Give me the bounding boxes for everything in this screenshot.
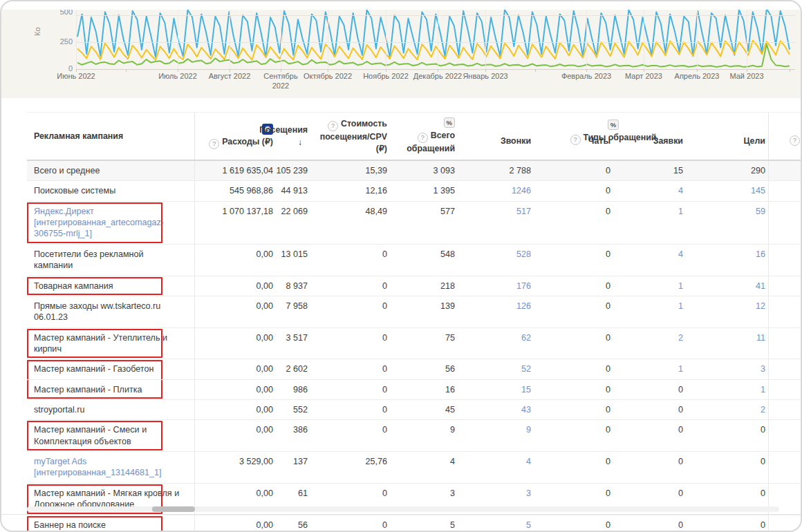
cell-goals[interactable]: 145	[686, 181, 769, 200]
cell-visits: 3 517	[276, 328, 310, 359]
cell-cpv: 48,49	[310, 202, 390, 244]
column-header-total[interactable]: % ?Всего обращений	[390, 113, 458, 160]
table-row: myTarget Ads [интегрированная_13144681_1…	[27, 452, 802, 484]
cell-calls[interactable]: 528	[458, 245, 534, 276]
cell-campaign: Поисковые системы	[27, 181, 195, 200]
cell-visits: 7 958	[276, 296, 310, 327]
cell-calls[interactable]: 15	[458, 380, 534, 399]
table-row: Поисковые системы545 968,8644 91312,161 …	[27, 181, 802, 201]
cell-forms[interactable]: 1	[613, 202, 686, 244]
cell-chats: 0	[534, 276, 613, 296]
cell-campaign: myTarget Ads [интегрированная_13144681_1…	[27, 452, 195, 483]
help-icon[interactable]: ?	[418, 133, 428, 143]
table-body: Всего и среднее1 619 635,04105 23915,393…	[27, 160, 802, 532]
campaign-name[interactable]: myTarget Ads [интегрированная_13144681_1…	[34, 456, 180, 479]
cell-forms[interactable]: 4	[613, 245, 686, 276]
cell-campaign: Мастер кампаний - Утеплитель и кирпич	[27, 328, 195, 359]
bottom-divider	[1, 514, 802, 515]
sort-desc-icon[interactable]: ↓	[298, 137, 302, 148]
table-header: Рекламная кампания ⚙ ?Расходы (₽) Посеще…	[27, 112, 802, 160]
cell-campaign: Посетители без рекламной кампании	[27, 245, 195, 276]
cell-calls[interactable]: 43	[458, 400, 534, 419]
table-row: Мастер кампаний - Утеплитель и кирпич0,0…	[27, 328, 802, 360]
help-icon[interactable]: ?	[790, 135, 800, 146]
cell-goals[interactable]: 12	[686, 296, 769, 327]
cell-cost: 0,00	[195, 328, 276, 359]
cell-extra	[769, 515, 802, 532]
cell-forms: 0	[613, 380, 686, 399]
percent-badge[interactable]: %	[444, 117, 455, 128]
cell-forms[interactable]: 1	[613, 276, 686, 296]
cell-calls[interactable]: 126	[458, 296, 534, 327]
x-axis-label: Декабрь 2022	[413, 72, 462, 82]
cell-cpv: 0	[310, 276, 390, 296]
cell-calls[interactable]: 4	[458, 452, 534, 483]
cell-chats: 0	[534, 296, 613, 327]
campaign-name[interactable]: Яндекс.Директ [интегрированная_artecomag…	[34, 206, 180, 240]
cell-calls[interactable]: 1246	[458, 181, 534, 200]
cell-visits: 986	[276, 380, 310, 399]
help-icon[interactable]: ?	[328, 121, 338, 131]
cell-cpv: 15,39	[310, 161, 390, 180]
cell-extra	[769, 245, 802, 276]
column-header-visits[interactable]: Посещения ↓	[276, 113, 310, 160]
campaign-name: Товарная кампания	[34, 281, 180, 292]
cell-chats: 0	[534, 380, 613, 399]
y-tick-label: 500	[48, 10, 73, 16]
y-tick-label: 250	[48, 37, 73, 46]
cell-calls[interactable]: 176	[458, 276, 534, 296]
cell-chats: 0	[534, 359, 613, 379]
table-row: Баннер на поиске0,0056055000	[27, 515, 802, 532]
cell-total: 75	[390, 328, 458, 359]
cell-goals[interactable]: 3	[686, 359, 769, 379]
gridline-x	[697, 10, 698, 69]
cell-chats: 0	[534, 400, 613, 419]
x-tick	[535, 69, 536, 72]
campaign-name: Мастер кампаний - Плитка	[34, 384, 180, 395]
cell-visits: 13 015	[276, 245, 310, 276]
cell-calls[interactable]: 9	[458, 420, 534, 451]
cell-calls[interactable]: 5	[458, 515, 534, 532]
table-row: Яндекс.Директ [интегрированная_artecomag…	[27, 202, 802, 245]
cell-total: 1 395	[390, 181, 458, 200]
cell-forms[interactable]: 1	[613, 296, 686, 327]
help-icon[interactable]: ?	[570, 135, 581, 145]
cell-extra	[769, 400, 802, 419]
gridline-x	[644, 10, 644, 69]
cell-calls[interactable]: 52	[458, 359, 534, 379]
cell-visits: 552	[276, 400, 310, 419]
cell-goals[interactable]: 1	[686, 380, 769, 399]
cell-goals[interactable]: 11	[686, 328, 769, 359]
cell-extra	[769, 328, 802, 359]
cell-goals[interactable]: 16	[686, 245, 769, 276]
cell-forms: 0	[613, 515, 686, 532]
gridline-x	[76, 10, 77, 69]
cell-forms[interactable]: 1	[613, 359, 686, 379]
cell-total: 9	[390, 420, 458, 451]
column-header-cost[interactable]: ⚙ ?Расходы (₽)	[195, 113, 276, 160]
x-axis-label: Июнь 2022	[57, 72, 95, 82]
cell-cpv: 0	[310, 328, 390, 359]
gridline-x	[747, 10, 747, 69]
cell-total: 4	[390, 452, 458, 483]
column-header-cpv[interactable]: ?Стоимость посещения/CPV (₽)	[310, 113, 390, 160]
percent-badge[interactable]: %	[608, 120, 619, 130]
cell-campaign: Мастер кампаний - Плитка	[27, 380, 195, 399]
cell-goals[interactable]: 41	[686, 276, 769, 296]
column-header-campaign[interactable]: Рекламная кампания	[27, 113, 195, 160]
cell-cost: 0,00	[195, 380, 276, 399]
horizontal-scrollbar-track[interactable]	[27, 506, 779, 512]
cell-extra	[769, 296, 802, 327]
cell-forms[interactable]: 2	[613, 328, 686, 359]
cell-goals[interactable]: 59	[686, 202, 769, 244]
cell-calls[interactable]: 517	[458, 202, 534, 244]
cell-forms: 15	[613, 161, 686, 180]
cell-forms[interactable]: 4	[613, 181, 686, 200]
cell-goals[interactable]: 2	[686, 400, 769, 419]
cell-calls[interactable]: 62	[458, 328, 534, 359]
help-icon[interactable]: ?	[209, 139, 219, 149]
x-axis-label: Май 2023	[729, 72, 763, 82]
cell-visits: 44 913	[276, 181, 310, 200]
cell-chats: 0	[534, 202, 613, 244]
horizontal-scrollbar-thumb[interactable]	[152, 506, 195, 512]
